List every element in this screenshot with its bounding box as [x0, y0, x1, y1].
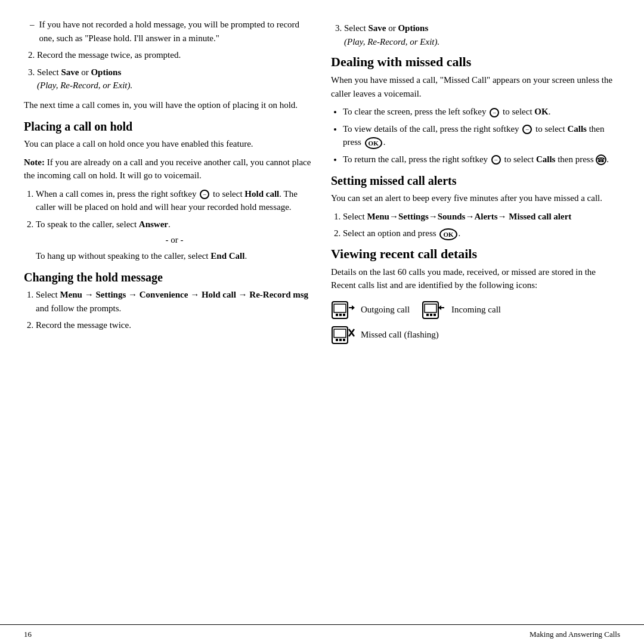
convenience-bold: Convenience — [140, 290, 188, 299]
right-options-bold: Options — [398, 23, 428, 33]
dealing-title: Dealing with missed calls — [331, 54, 620, 70]
note-para: Note: If you are already on a call and y… — [24, 156, 313, 182]
svg-rect-9 — [426, 314, 429, 316]
softkey-icon-4: – — [491, 155, 501, 165]
softkey-icon-2: – — [490, 108, 499, 117]
outgoing-call-item: Outgoing call — [331, 301, 410, 320]
placing-steps: When a call comes in, press the right so… — [36, 187, 313, 263]
svg-rect-1 — [334, 304, 346, 312]
left-column: – If you have not recorded a hold messag… — [24, 18, 313, 618]
softkey-icon-3: – — [522, 125, 532, 134]
intro-dash-item: – If you have not recorded a hold messag… — [30, 18, 313, 45]
answer-bold: Answer — [139, 219, 168, 229]
changing-step-2: Record the message twice. — [36, 318, 313, 332]
outgoing-call-label: Outgoing call — [361, 305, 410, 315]
right-save-bold: Save — [368, 23, 386, 33]
svg-rect-2 — [336, 314, 338, 316]
svg-rect-8 — [425, 304, 436, 312]
right-step3-paren: (Play, Re-Record, or Exit). — [344, 37, 439, 47]
svg-rect-10 — [430, 314, 432, 316]
icons-row: Outgoing call Incoming call — [331, 301, 620, 320]
ok-button-icon-1: OK — [365, 137, 382, 149]
placing-title: Placing a call on hold — [24, 120, 313, 134]
settings-bold: Settings — [95, 290, 126, 299]
intro-dash-text: If you have not recorded a hold message,… — [39, 18, 314, 45]
changing-step-1: Select Menu → Settings → Convenience → H… — [36, 288, 313, 315]
svg-rect-18 — [343, 339, 345, 341]
outgoing-call-icon — [331, 301, 355, 320]
content: – If you have not recorded a hold messag… — [0, 0, 644, 624]
ok-button-icon-2: OK — [439, 228, 457, 240]
hold-call-bold: Hold call — [244, 189, 279, 199]
viewing-desc: Details on the last 60 calls you made, r… — [331, 265, 620, 292]
page-number: 16 — [24, 630, 32, 639]
step3-sub: (Play, Re-Record, or Exit). — [37, 80, 132, 90]
viewing-title: Viewing recent call details — [331, 246, 620, 262]
end-call-bold: End Call — [210, 251, 244, 261]
changing-steps: Select Menu → Settings → Convenience → H… — [36, 288, 313, 332]
dealing-bullets: To clear the screen, press the left sofk… — [343, 105, 620, 166]
next-time-text: The next time a call comes in, you will … — [24, 98, 313, 112]
bullet-2: To view details of the call, press the r… — [343, 122, 620, 149]
svg-rect-4 — [343, 314, 345, 316]
missed-call-row: Missed call (flashing) — [331, 326, 620, 345]
changing-title: Changing the hold message — [24, 271, 313, 284]
right-intro-steps: Select Save or Options (Play, Re-Record,… — [344, 21, 620, 48]
footer: 16 Making and Answering Calls — [0, 624, 644, 644]
setting-step-2: Select an option and press OK. — [343, 227, 620, 240]
placing-desc: You can place a call on hold once you ha… — [24, 137, 313, 151]
note-text: If you are already on a call and you rec… — [24, 157, 311, 181]
holdcall-bold: Hold call — [202, 290, 236, 299]
rerecord-bold: Re-Record msg — [249, 290, 308, 299]
right-step-3: Select Save or Options (Play, Re-Record,… — [344, 21, 620, 48]
step-2-record: Record the message twice, as prompted. — [37, 48, 313, 62]
calls-bold-2: Calls — [536, 154, 556, 164]
svg-rect-3 — [339, 314, 342, 316]
incoming-call-label: Incoming call — [451, 305, 501, 315]
missed-call-icon — [331, 326, 355, 345]
bullet-1: To clear the screen, press the left sofk… — [343, 105, 620, 119]
dealing-desc: When you have missed a call, "Missed Cal… — [331, 73, 620, 100]
menu-settings-bold: Menu→Settings→Sounds→Alerts→ Missed call… — [367, 212, 571, 221]
svg-marker-6 — [352, 305, 355, 310]
footer-section: Making and Answering Calls — [530, 630, 620, 639]
page: – If you have not recorded a hold messag… — [0, 0, 644, 644]
setting-steps: Select Menu→Settings→Sounds→Alerts→ Miss… — [343, 210, 620, 240]
missed-call-label: Missed call (flashing) — [361, 330, 439, 340]
setting-title: Setting missed call alerts — [331, 174, 620, 188]
or-text: - or - To hang up without speaking to th… — [36, 233, 313, 262]
ok-bold-1: OK — [534, 107, 548, 116]
note-label: Note: — [24, 157, 45, 167]
intro-steps: Record the message twice, as prompted. S… — [37, 48, 313, 92]
save-bold: Save — [61, 67, 79, 77]
placing-step-1: When a call comes in, press the right so… — [36, 187, 313, 214]
options-bold: Options — [91, 67, 121, 77]
svg-rect-11 — [434, 314, 436, 316]
bullet-3: To return the call, press the right soft… — [343, 153, 620, 166]
svg-rect-17 — [339, 339, 342, 341]
incoming-call-icon — [422, 301, 445, 320]
dash-symbol: – — [30, 18, 35, 45]
menu-bold: Menu — [60, 290, 82, 299]
calls-bold-1: Calls — [567, 124, 587, 134]
softkey-icon-1: – — [200, 190, 209, 199]
setting-step-1: Select Menu→Settings→Sounds→Alerts→ Miss… — [343, 210, 620, 224]
step-3-save: Select Save or Options (Play, Re-Record,… — [37, 66, 313, 92]
svg-rect-15 — [334, 329, 346, 338]
incoming-call-item: Incoming call — [422, 301, 501, 320]
placing-step-2: To speak to the caller, select Answer. -… — [36, 218, 313, 263]
right-column: Select Save or Options (Play, Re-Record,… — [331, 18, 620, 618]
phone-dial-icon: ☎ — [596, 154, 606, 165]
setting-desc: You can set an alert to beep every five … — [331, 191, 620, 205]
svg-rect-16 — [336, 339, 338, 341]
